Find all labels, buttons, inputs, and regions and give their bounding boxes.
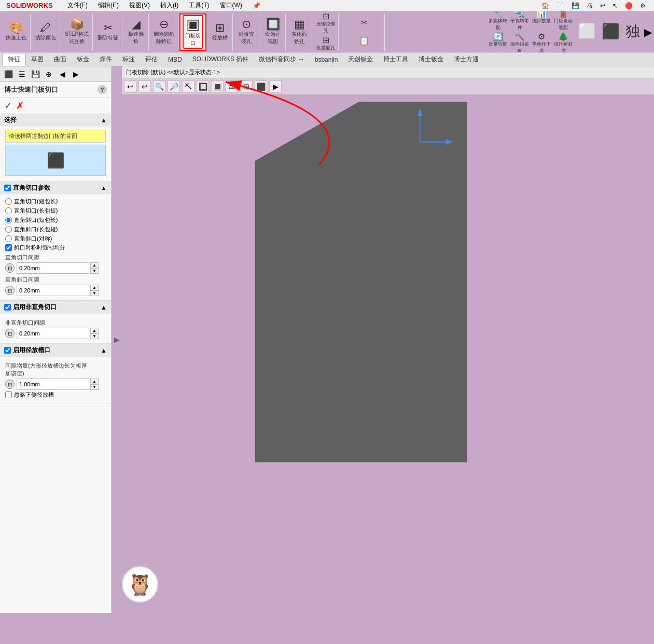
selection-section-header[interactable]: 选择 ▲	[0, 114, 111, 127]
cancel-btn[interactable]: ✗	[16, 100, 24, 111]
radio-4[interactable]	[5, 226, 12, 233]
arrow-right-btn[interactable]: ▶	[644, 26, 652, 38]
params-checkbox[interactable]	[4, 185, 11, 191]
vp-btn-4[interactable]: 🔎	[168, 80, 180, 93]
radio-1[interactable]	[5, 198, 12, 205]
tab-doctor-metal[interactable]: 博士钣金	[413, 53, 449, 65]
menu-tools[interactable]: 工具(T)	[187, 0, 211, 11]
panel-btn-2[interactable]: ☰	[16, 68, 28, 80]
panel-help-icon[interactable]: ?	[98, 85, 107, 94]
vp-btn-6[interactable]: 🔲	[197, 80, 209, 93]
delete-feature-btn[interactable]: ✂ 删除特征	[96, 21, 120, 43]
press-rivet-btn[interactable]: ⊡ 压铆拉铆孔	[315, 12, 336, 35]
solid-face-btn[interactable]: ▦ 实体面铣孔	[289, 18, 310, 46]
tab-annotation[interactable]: 标注	[117, 53, 140, 65]
tab-weld[interactable]: 焊件	[94, 53, 117, 65]
gap4-input[interactable]	[17, 379, 89, 390]
toolbar-undo-icon[interactable]: ↩	[598, 1, 607, 10]
radio-item-4[interactable]: 直角斜口(长包短)	[5, 226, 106, 233]
gap2-down[interactable]: ▼	[90, 290, 99, 296]
tab-bsbanjin[interactable]: bsbanjin	[310, 54, 343, 65]
tab-sw-plugin[interactable]: SOLIDWORKS 插件	[187, 53, 254, 65]
vp-btn-7[interactable]: 🔳	[211, 80, 224, 93]
tab-surface[interactable]: 曲面	[49, 53, 72, 65]
menu-insert[interactable]: 插入(I)	[158, 0, 180, 11]
ignore-lower-checkbox-item[interactable]: 忽略下侧径放槽	[5, 391, 106, 399]
delete-fillet-btn[interactable]: ⊖ 删除圆角除特征	[152, 18, 176, 46]
tab-evaluate[interactable]: 评估	[140, 53, 163, 65]
vp-btn-2[interactable]: ↩	[138, 80, 151, 93]
batch-transform-btn[interactable]: 🔄 批量转配	[488, 32, 508, 53]
tab-feature[interactable]: 特征	[2, 53, 26, 66]
vp-btn-1[interactable]: ↩	[124, 80, 136, 93]
door-auto-btn[interactable]: 🚪 门板自动装配	[553, 11, 574, 32]
radio-item-3[interactable]: 直角斜口(短包长)	[5, 216, 106, 224]
panel-btn-6[interactable]: ▶	[69, 68, 82, 80]
non-right-enable-checkbox[interactable]	[4, 304, 11, 311]
step-btn[interactable]: 📦 STEP格式式互换	[63, 18, 90, 46]
quick-color-btn[interactable]: 🎨 快速上色	[4, 21, 28, 43]
vp-btn-10[interactable]: ⬛	[255, 80, 267, 93]
seal-btn[interactable]: ⊙ 封板安装孔	[236, 18, 257, 46]
sub-part-btn[interactable]: 🔩 子装转零件	[509, 11, 530, 32]
toolbar-stop-icon[interactable]: 🔴	[623, 1, 635, 10]
toolbar-doc-icon[interactable]: 📄	[554, 1, 566, 10]
gap1-down[interactable]: ▼	[90, 268, 99, 274]
part-svg[interactable]	[122, 95, 633, 613]
big-icon-single[interactable]: 独	[623, 23, 642, 40]
panel-btn-3[interactable]: 💾	[29, 68, 41, 80]
params-section-header[interactable]: 直角切口参数 ▲	[0, 181, 111, 194]
force-equal-checkbox[interactable]	[5, 244, 12, 251]
multi-solid-btn[interactable]: 🔧 多实体转配	[488, 11, 508, 32]
gap2-input[interactable]	[17, 285, 89, 296]
paste-btn[interactable]: 📋	[354, 36, 374, 46]
menu-edit[interactable]: 编辑(E)	[96, 0, 121, 11]
stats-btn[interactable]: 📊 统计数量	[531, 11, 552, 32]
panel-btn-5[interactable]: ◀	[56, 68, 68, 80]
toolbar-print-icon[interactable]: 🖨	[585, 1, 595, 10]
gap1-up[interactable]: ▲	[90, 262, 99, 268]
vp-btn-8[interactable]: ⚖	[226, 80, 238, 93]
gap3-down[interactable]: ▼	[90, 333, 99, 339]
clear-color-btn[interactable]: 🖊 清除颜色	[34, 21, 58, 43]
radio-2[interactable]	[5, 207, 12, 214]
panel-btn-1[interactable]: ⬛	[2, 68, 15, 80]
tab-sketch[interactable]: 草图	[26, 53, 49, 65]
tab-doctor-fang[interactable]: 博士方通	[449, 53, 484, 65]
parts-assemble-btn[interactable]: 🔨 散件组装配	[509, 32, 530, 53]
selection-box[interactable]: ⬛	[5, 145, 106, 176]
toolbar-save-icon[interactable]: 💾	[569, 1, 581, 10]
gap2-up[interactable]: ▲	[90, 285, 99, 290]
part-sub-btn[interactable]: ⚙ 零件转子装	[531, 32, 552, 53]
gap1-input[interactable]	[17, 262, 89, 274]
tree-material-btn[interactable]: 🌲 设计树材质	[553, 32, 574, 53]
fast-chamfer-btn[interactable]: ◢ 极速倒角	[126, 18, 146, 46]
vp-btn-3[interactable]: 🔍	[153, 80, 165, 93]
vp-btn-5[interactable]: ⛏	[182, 80, 194, 93]
menu-view[interactable]: 视图(V)	[127, 0, 152, 11]
gap4-up[interactable]: ▲	[90, 379, 99, 384]
ignore-lower-checkbox[interactable]	[5, 391, 12, 398]
radio-item-1[interactable]: 直角切口(短包长)	[5, 198, 106, 205]
ok-btn[interactable]: ✓	[4, 100, 12, 111]
menu-pin-icon[interactable]: 📌	[251, 1, 262, 10]
radio-5[interactable]	[5, 235, 12, 242]
panel-btn-4[interactable]: ⊕	[43, 68, 55, 80]
vp-btn-11[interactable]: ▶	[269, 80, 282, 93]
set-normal-btn[interactable]: 🔲 设为正视图	[262, 18, 283, 46]
doc-tab-label[interactable]: 门板切除 (默认) <<默认>显示状态-1>	[126, 68, 220, 76]
menu-file[interactable]: 文件(F)	[65, 0, 90, 11]
gap3-up[interactable]: ▲	[90, 328, 99, 333]
big-icon-2[interactable]: ⬛	[600, 23, 621, 40]
tab-sheet-metal[interactable]: 钣金	[72, 53, 94, 65]
toolbar-house-icon[interactable]: 🏠	[539, 1, 551, 10]
non-right-header[interactable]: 启用非直角切口 ▲	[0, 301, 111, 314]
tab-tianchuang[interactable]: 天创钣金	[343, 53, 378, 65]
toolbar-settings-icon[interactable]: ⚙	[638, 1, 648, 10]
door-cutout-btn[interactable]: ▣ 门板切口	[183, 15, 203, 49]
relief-btn[interactable]: ⊞ 径放槽	[210, 21, 230, 43]
force-equal-checkbox-item[interactable]: 斜口对称时强制均分	[5, 244, 106, 251]
relief-enable-checkbox[interactable]	[4, 347, 11, 354]
panel-collapse-arrow[interactable]: ▶	[114, 335, 120, 344]
gap3-input[interactable]	[17, 328, 89, 339]
